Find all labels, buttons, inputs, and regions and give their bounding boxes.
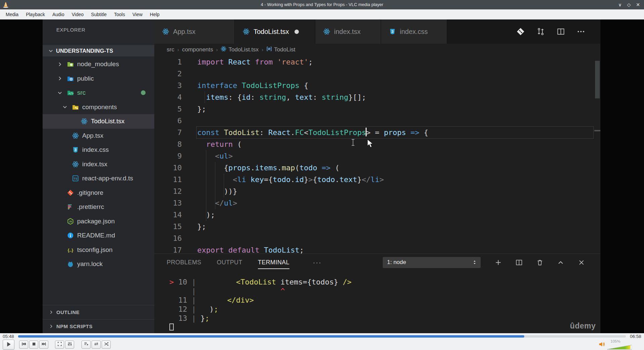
previous-button[interactable] <box>19 341 28 349</box>
total-time: 06:58 <box>627 334 644 339</box>
code-token <box>197 175 233 184</box>
tab-index.css[interactable]: 3index.css <box>381 19 447 44</box>
svg-text:JS: JS <box>69 220 72 223</box>
speaker-icon[interactable] <box>598 341 605 349</box>
menu-help[interactable]: Help <box>146 10 163 18</box>
panel-tab-output[interactable]: OUTPUT <box>217 254 242 271</box>
menu-tools[interactable]: Tools <box>110 10 129 18</box>
loop-button[interactable] <box>92 341 101 349</box>
npm-icon: JS <box>67 218 74 225</box>
volume-cluster: 105% <box>577 339 641 350</box>
code-line: export default TodoList; <box>197 244 428 254</box>
line-number: 9 <box>154 150 182 162</box>
sidebar-item-package-json[interactable]: JSpackage.json <box>43 214 154 229</box>
stop-icon <box>31 341 37 348</box>
split-editor-icon[interactable] <box>557 28 565 36</box>
code-token: . <box>277 164 281 172</box>
video-display[interactable]: EXPLORER UNDERSTANDING-TS node_modulespu… <box>0 19 644 333</box>
fullscreen-button[interactable] <box>55 341 64 349</box>
sidebar-item--prettierrc[interactable]: .prettierrc <box>43 200 154 214</box>
sidebar-item-app-tsx[interactable]: App.tsx <box>43 129 154 143</box>
close-button[interactable]: ✕ <box>636 2 640 7</box>
editor-scrollbar[interactable] <box>595 61 600 98</box>
code-line: ))} <box>197 185 428 197</box>
sidebar-item--gitignore[interactable]: .gitignore <box>43 186 154 200</box>
compare-icon[interactable] <box>537 28 545 36</box>
code-token: todo <box>300 164 317 172</box>
play-button[interactable] <box>3 340 14 350</box>
terminal-output[interactable]: > 10 | <TodoList items={todos} /> | ^ 11… <box>169 277 352 323</box>
file-label: .gitignore <box>77 189 103 196</box>
maximize-panel-icon[interactable] <box>557 259 564 266</box>
sidebar-item-todolist-tsx[interactable]: TodoList.tsx <box>43 114 154 129</box>
tab-app.tsx[interactable]: App.tsx <box>154 19 235 44</box>
code-token: TodoList <box>219 128 259 137</box>
breadcrumb-item-components[interactable]: components <box>182 46 213 53</box>
code-token: | <box>187 314 201 322</box>
sidebar-item-index-css[interactable]: 3index.css <box>43 143 154 157</box>
code-token: 'react' <box>277 58 308 66</box>
sidebar-item-public[interactable]: public <box>43 72 154 86</box>
menu-playback[interactable]: Playback <box>22 10 49 18</box>
sidebar-item-yarn-lock[interactable]: yarn.lock <box>43 257 154 271</box>
tab-index.tsx[interactable]: index.tsx <box>315 19 381 44</box>
code-token: ) <box>209 305 214 313</box>
panel-tab-terminal[interactable]: TERMINAL <box>258 254 289 271</box>
code-token <box>273 58 277 66</box>
minimize-button[interactable]: ∨ <box>618 2 622 7</box>
sidebar-section-npm-scripts[interactable]: NPM SCRIPTS <box>43 319 154 333</box>
explorer-root-label: UNDERSTANDING-TS <box>56 48 113 54</box>
volume-slider[interactable] <box>607 345 632 350</box>
close-panel-icon[interactable] <box>578 259 585 266</box>
extended-settings-button[interactable] <box>65 341 74 349</box>
sidebar-item-readme-md[interactable]: README.md <box>43 228 154 243</box>
code-editor[interactable]: 1234567891011121314151617 import React f… <box>154 55 600 254</box>
random-button[interactable] <box>102 341 111 349</box>
panel-tab-problems[interactable]: PROBLEMS <box>167 254 201 271</box>
udemy-watermark: ûdemy <box>570 321 596 331</box>
menu-audio[interactable]: Audio <box>49 10 68 18</box>
sidebar-item-components[interactable]: components <box>43 100 154 115</box>
code-token: , <box>286 93 295 101</box>
info-icon <box>67 232 74 239</box>
kill-terminal-icon[interactable] <box>536 259 543 266</box>
code-token: ul <box>219 152 228 160</box>
code-token: : <box>251 93 260 101</box>
terminal-select[interactable]: 1: node <box>383 257 481 268</box>
code-token: li <box>237 175 246 184</box>
code-token <box>201 305 210 313</box>
more-icon[interactable] <box>577 28 585 36</box>
sidebar-item-node-modules[interactable]: node_modules <box>43 57 154 72</box>
stop-button[interactable] <box>29 341 38 349</box>
playlist-button[interactable] <box>82 341 91 349</box>
sidebar-item-tsconfig-json[interactable]: {..}tsconfig.json <box>43 243 154 257</box>
menu-video[interactable]: Video <box>68 10 88 18</box>
panel-more-actions[interactable]: ··· <box>313 259 322 266</box>
new-terminal-icon[interactable] <box>495 259 502 266</box>
breadcrumb-item-todolist.tsx[interactable]: TodoList.tsx <box>221 46 259 53</box>
menu-subtitle[interactable]: Subtitle <box>87 10 110 18</box>
sidebar-item-src[interactable]: </>src <box>43 86 154 100</box>
maximize-button[interactable]: ◇ <box>627 2 631 7</box>
code-content: import React from 'react';interface Todo… <box>197 56 428 254</box>
sidebar-item-index-tsx[interactable]: index.tsx <box>43 157 154 172</box>
breadcrumb-item-src[interactable]: src <box>167 46 174 53</box>
next-button[interactable] <box>39 341 48 349</box>
seek-bar[interactable] <box>18 335 626 338</box>
split-terminal-icon[interactable] <box>516 259 523 266</box>
breadcrumb-item-todolist[interactable]: TodoList <box>266 46 295 53</box>
symbol-icon <box>266 46 272 53</box>
section-label: OUTLINE <box>56 309 79 315</box>
css-icon: 3 <box>389 28 396 35</box>
code-token: : { <box>228 93 242 101</box>
chevron-right-icon <box>57 61 67 67</box>
breadcrumb[interactable]: src›components›TodoList.tsx›TodoList <box>154 44 600 55</box>
menu-view[interactable]: View <box>129 10 146 18</box>
svg-text:3: 3 <box>74 148 76 152</box>
menu-media[interactable]: Media <box>2 10 22 18</box>
tab-todolist.tsx[interactable]: TodoList.tsx <box>235 19 315 44</box>
sidebar-item-react-app-env-d-ts[interactable]: TSreact-app-env.d.ts <box>43 171 154 186</box>
explorer-root-folder[interactable]: UNDERSTANDING-TS <box>43 45 154 56</box>
sidebar-section-outline[interactable]: OUTLINE <box>43 305 154 319</box>
git-icon[interactable] <box>517 28 525 36</box>
